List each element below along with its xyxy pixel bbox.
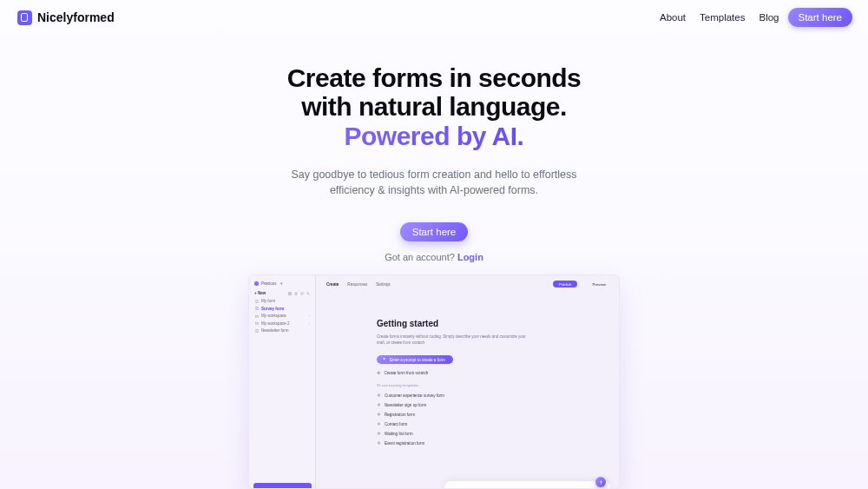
login-row: Got an account? Login	[0, 252, 868, 262]
nav-link-about[interactable]: About	[660, 12, 686, 23]
getting-started-panel: Getting started Create forms instantly w…	[316, 293, 619, 446]
getting-started-sub: Create forms instantly without coding. S…	[377, 334, 533, 346]
template-label: Contact form	[385, 422, 407, 426]
template-list: Customer experience survey form Newslett…	[377, 393, 607, 446]
sidebar-item-form[interactable]: Survey form	[254, 307, 310, 311]
prompt-input[interactable]	[444, 481, 610, 489]
subheadline-line-1: Say goodbye to tedious form creation and…	[291, 169, 576, 181]
login-link[interactable]: Login	[457, 252, 483, 262]
sparkle-icon	[382, 357, 386, 362]
sidebar-form-list: My form Survey form My workspace › My w	[249, 299, 315, 333]
sort-icon[interactable]	[300, 292, 304, 295]
sparkle-icon	[377, 393, 381, 398]
brand-logo-icon	[17, 10, 32, 25]
login-prefix: Got an account?	[385, 252, 457, 262]
templates-hint: Or use existing templates	[377, 383, 607, 387]
sidebar-item-label: Survey form	[261, 307, 284, 311]
workspace-switcher[interactable]: Precious ▾	[249, 281, 315, 286]
headline-line-1: Create forms in seconds	[0, 64, 868, 92]
sidebar-promo-banner[interactable]	[253, 483, 312, 489]
hero-cta-button[interactable]: Start here	[400, 222, 469, 241]
svg-rect-3	[256, 329, 258, 332]
sidebar-item-label: Newsletter form	[261, 328, 289, 333]
document-icon	[255, 300, 259, 303]
template-item[interactable]: Contact form	[377, 422, 607, 426]
arrow-up-icon	[599, 480, 603, 485]
template-item[interactable]: Waiting list form	[377, 432, 607, 436]
top-nav: Nicelyformed About Templates Blog Start …	[0, 5, 868, 30]
template-label: Registration form	[385, 413, 415, 417]
preview-button[interactable]: Preview	[586, 281, 612, 287]
template-label: Event registration form	[385, 441, 424, 446]
headline-line-3: Powered by AI.	[0, 122, 868, 151]
hero: Create forms in seconds with natural lan…	[0, 64, 868, 262]
create-from-scratch-button[interactable]: Create form from scratch	[377, 371, 607, 375]
headline-line-2: with natural language.	[0, 92, 868, 121]
publish-button[interactable]: Publish	[553, 281, 577, 287]
brand[interactable]: Nicelyformed	[17, 10, 115, 25]
enter-prompt-button[interactable]: Enter a prompt to create a form	[377, 355, 453, 364]
sparkle-icon	[377, 403, 381, 407]
preview-sidebar: Precious ▾ New	[249, 275, 316, 488]
send-button[interactable]	[595, 477, 606, 487]
sidebar-item-folder[interactable]: My workspace 2 ›	[254, 321, 310, 326]
sparkle-icon	[377, 422, 381, 426]
template-label: Newsletter sign up form	[385, 403, 426, 407]
nav-cta-button[interactable]: Start here	[788, 8, 853, 27]
svg-rect-2	[256, 307, 258, 309]
nav-link-templates[interactable]: Templates	[700, 12, 745, 23]
preview-topbar: Create Responses Settings Publish Previe…	[316, 275, 619, 293]
subheadline-line-2: efficiency & insights with AI-powered fo…	[330, 184, 538, 196]
sidebar-item-label: My form	[261, 299, 275, 303]
preview-main: Create Responses Settings Publish Previe…	[316, 275, 619, 488]
chevron-right-icon: ›	[309, 321, 310, 326]
chevron-right-icon: ›	[309, 314, 310, 318]
nav-links: About Templates Blog	[660, 12, 779, 23]
tab-responses[interactable]: Responses	[347, 282, 367, 287]
list-icon[interactable]	[288, 292, 292, 295]
scratch-label: Create form from scratch	[385, 371, 429, 375]
subheadline: Say goodbye to tedious form creation and…	[0, 167, 868, 198]
tab-settings[interactable]: Settings	[376, 282, 391, 287]
template-label: Waiting list form	[385, 432, 413, 436]
sparkle-icon	[377, 413, 381, 417]
folder-icon	[255, 314, 259, 318]
sidebar-item-label: My workspace	[261, 314, 286, 318]
sparkle-icon	[377, 441, 381, 446]
template-label: Customer experience survey form	[385, 393, 444, 398]
app-preview: Precious ▾ New	[248, 274, 620, 489]
nav-link-blog[interactable]: Blog	[759, 12, 779, 23]
template-item[interactable]: Event registration form	[377, 441, 607, 446]
svg-rect-1	[256, 300, 258, 302]
document-icon	[255, 329, 259, 333]
sidebar-item-form[interactable]: My form	[254, 299, 310, 303]
new-form-button[interactable]: New	[254, 291, 266, 295]
brand-name: Nicelyformed	[37, 10, 115, 24]
document-icon	[255, 307, 259, 310]
workspace-avatar-icon	[254, 281, 259, 286]
workspace-name: Precious	[261, 281, 277, 286]
plus-icon	[377, 371, 381, 375]
getting-started-title: Getting started	[377, 319, 607, 328]
sidebar-item-label: My workspace 2	[261, 321, 290, 326]
template-item[interactable]: Newsletter sign up form	[377, 403, 607, 407]
template-item[interactable]: Customer experience survey form	[377, 393, 607, 398]
sidebar-item-folder[interactable]: My workspace ›	[254, 314, 310, 318]
chevron-down-icon: ▾	[280, 281, 283, 286]
folder-icon	[255, 321, 259, 325]
search-icon[interactable]	[306, 292, 310, 295]
star-icon[interactable]	[294, 292, 298, 295]
enter-prompt-label: Enter a prompt to create a form	[390, 358, 445, 362]
tab-create[interactable]: Create	[326, 282, 339, 287]
sparkle-icon	[377, 432, 381, 436]
sidebar-item-form[interactable]: Newsletter form	[254, 328, 310, 333]
template-item[interactable]: Registration form	[377, 413, 607, 417]
